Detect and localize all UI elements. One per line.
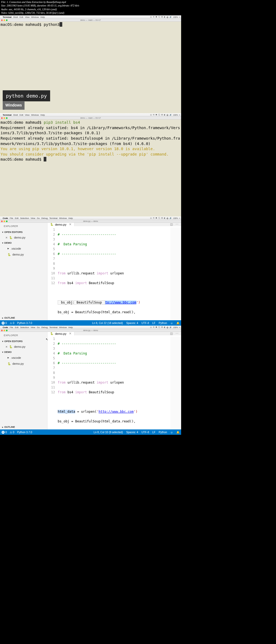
menu-terminal[interactable]: Terminal xyxy=(49,326,57,329)
menu-edit[interactable]: Edit xyxy=(20,114,23,116)
language-mode[interactable]: Python xyxy=(159,431,167,434)
menu-help[interactable]: Help xyxy=(40,16,45,18)
menu-debug[interactable]: Debug xyxy=(41,326,48,329)
menu-view[interactable]: View xyxy=(31,217,35,219)
eol[interactable]: LF xyxy=(152,431,156,434)
folder-vscode[interactable]: ▸.vscode xyxy=(0,245,47,252)
overlay-windows: Windows xyxy=(3,101,25,110)
cursor-position[interactable]: Ln 8, Col 22 (18 selected) xyxy=(92,322,123,325)
notifications-icon[interactable]: 🔔 xyxy=(176,431,180,434)
explorer-sidebar: EXPLORER ▾OPEN EDITORS ✕🐍demo.py ▾DEMO ▸… xyxy=(0,223,47,320)
python-version[interactable]: Python 3.7.0 xyxy=(17,431,32,434)
menu-edit[interactable]: Edit xyxy=(20,16,23,18)
menu-edit[interactable]: Edit xyxy=(15,326,19,329)
close-button[interactable] xyxy=(1,221,3,222)
menubar-app[interactable]: Code xyxy=(3,326,8,329)
explorer-title: EXPLORER xyxy=(0,223,47,230)
encoding[interactable]: UTF-8 xyxy=(142,322,149,325)
code-editor[interactable]: 123456789 101112 # ---------------------… xyxy=(47,226,181,320)
menubar-app[interactable]: Code xyxy=(3,217,8,219)
close-button[interactable] xyxy=(1,117,3,119)
menu-help[interactable]: Help xyxy=(40,114,45,116)
menu-go[interactable]: Go xyxy=(37,326,40,329)
python-version[interactable]: Python 3.7.0 xyxy=(17,322,32,325)
menu-shell[interactable]: Shell xyxy=(13,16,18,18)
menu-file[interactable]: File xyxy=(10,217,13,219)
tab-demo-py[interactable]: 🐍 demo.py ✕ xyxy=(47,223,74,226)
menu-window[interactable]: Window xyxy=(59,217,67,219)
language-mode[interactable]: Python xyxy=(159,322,167,325)
tab-demo-py[interactable]: 🐍 demo.py ✕ xyxy=(47,332,74,335)
menu-terminal[interactable]: Terminal xyxy=(49,217,57,219)
menu-file[interactable]: File xyxy=(10,326,13,329)
terminal-1[interactable]: macOS:demo mahmud$ python3 python demo.p… xyxy=(0,22,181,113)
cursor-position[interactable]: Ln 8, Col 10 (9 selected) xyxy=(94,431,123,434)
split-editor-icon[interactable]: ◫ xyxy=(170,332,173,335)
close-tab-icon[interactable]: ✕ xyxy=(69,332,71,335)
close-button[interactable] xyxy=(1,330,3,331)
notifications-icon[interactable]: 🔔 xyxy=(176,322,180,325)
minimize-button[interactable] xyxy=(4,330,5,331)
close-button[interactable] xyxy=(1,19,3,21)
menu-window[interactable]: Window xyxy=(31,114,39,116)
maximize-button[interactable] xyxy=(6,19,8,21)
demo-folder-section[interactable]: ▾DEMO xyxy=(0,240,47,245)
menu-view[interactable]: View xyxy=(25,114,29,116)
file-demo-py[interactable]: 🐍demo.py xyxy=(0,361,47,367)
menu-selection[interactable]: Selection xyxy=(20,217,29,219)
code-content[interactable]: # ---------------------------- # Data Pa… xyxy=(58,227,170,320)
split-editor-icon[interactable]: ◫ xyxy=(170,223,173,226)
menu-window[interactable]: Window xyxy=(31,16,39,18)
open-editors-section[interactable]: ▾OPEN EDITORS xyxy=(0,230,47,235)
minimap[interactable] xyxy=(170,227,181,320)
window-title: demo — -bash — 61×17 xyxy=(80,117,101,119)
close-icon[interactable]: ✕ xyxy=(5,236,8,239)
maximize-button[interactable] xyxy=(6,117,8,119)
encoding[interactable]: UTF-8 xyxy=(142,431,149,434)
warnings-count[interactable]: ⚠0 xyxy=(10,322,15,325)
indentation[interactable]: Spaces: 4 xyxy=(126,322,138,325)
file-demo-py[interactable]: 🐍demo.py xyxy=(0,252,47,257)
chevron-right-icon: ▸ xyxy=(2,317,3,319)
menu-help[interactable]: Help xyxy=(68,217,73,219)
menu-debug[interactable]: Debug xyxy=(41,217,48,219)
eol[interactable]: LF xyxy=(152,322,156,325)
minimize-button[interactable] xyxy=(4,221,5,222)
demo-folder-section[interactable]: ▾DEMO xyxy=(0,350,47,354)
chevron-down-icon: ▾ xyxy=(2,231,3,233)
menu-shell[interactable]: Shell xyxy=(13,114,18,116)
warnings-count[interactable]: ⚠0 xyxy=(10,431,15,434)
more-actions-icon[interactable]: ⋯ xyxy=(175,223,178,226)
folder-vscode[interactable]: ▸.vscode xyxy=(0,354,47,361)
menu-go[interactable]: Go xyxy=(37,217,40,219)
code-editor[interactable]: ↖ 123456789 101112 # -------------------… xyxy=(47,335,181,429)
errors-count[interactable]: ✕0 xyxy=(2,431,7,434)
menu-window[interactable]: Window xyxy=(59,326,67,329)
menu-help[interactable]: Help xyxy=(68,326,73,329)
menubar-app[interactable]: Terminal xyxy=(3,114,12,116)
terminal-2[interactable]: macOS:demo mahmud$ pip3 install bs4 Requ… xyxy=(0,119,181,216)
menubar-app[interactable]: Terminal xyxy=(3,16,12,18)
menu-view[interactable]: View xyxy=(25,16,29,18)
close-icon[interactable]: ✕ xyxy=(5,345,8,348)
maximize-button[interactable] xyxy=(6,221,8,222)
close-tab-icon[interactable]: ✕ xyxy=(69,223,71,226)
minimap[interactable] xyxy=(170,336,181,429)
errors-count[interactable]: ✕0 xyxy=(2,322,7,325)
menu-edit[interactable]: Edit xyxy=(15,217,19,219)
open-editor-item[interactable]: ✕🐍demo.py xyxy=(0,344,47,350)
feedback-icon[interactable]: ☺ xyxy=(170,322,173,325)
open-editor-item[interactable]: ✕🐍demo.py xyxy=(0,235,47,240)
code-content[interactable]: # ---------------------------- # Data Pa… xyxy=(58,336,170,429)
menu-view[interactable]: View xyxy=(31,326,35,329)
maximize-button[interactable] xyxy=(6,330,8,331)
menu-selection[interactable]: Selection xyxy=(20,326,29,329)
minimize-button[interactable] xyxy=(4,117,5,119)
more-actions-icon[interactable]: ⋯ xyxy=(175,332,178,335)
outline-section[interactable]: ▸OUTLINE xyxy=(0,315,47,320)
minimize-button[interactable] xyxy=(4,19,5,21)
indentation[interactable]: Spaces: 4 xyxy=(126,431,138,434)
outline-section[interactable]: ▸OUTLINE xyxy=(0,425,47,429)
open-editors-section[interactable]: ▾OPEN EDITORS xyxy=(0,339,47,344)
feedback-icon[interactable]: ☺ xyxy=(170,431,173,434)
